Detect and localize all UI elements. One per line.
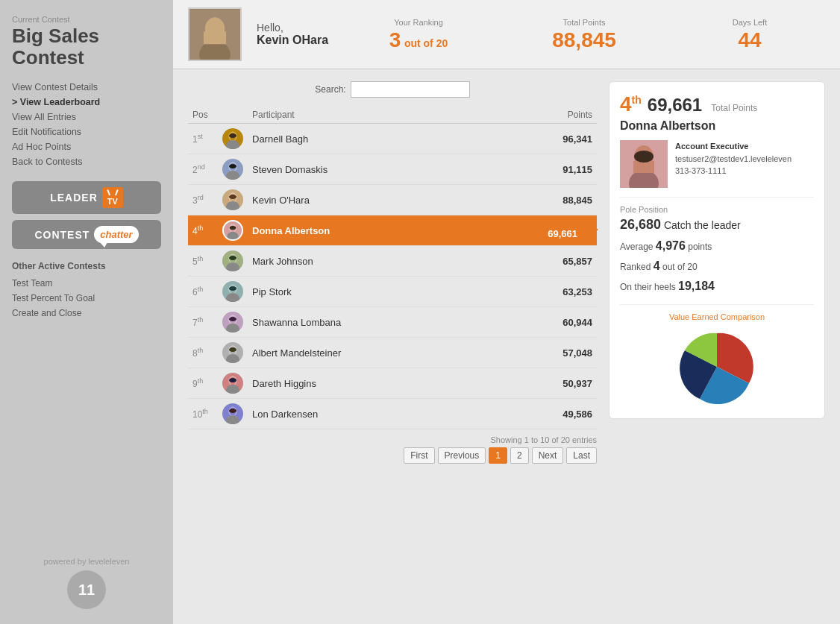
sidebar-item-ad-hoc-points[interactable]: Ad Hoc Points [12, 139, 161, 154]
col-points: Points [474, 107, 597, 124]
detail-points: 69,661 [648, 95, 702, 116]
avatar-cell [218, 338, 248, 368]
other-contest-create-and-close[interactable]: Create and Close [12, 306, 161, 321]
tv-antenna [109, 189, 116, 195]
ranking-value: 3 out of 20 [343, 30, 494, 51]
participant-name: Pip Stork [248, 277, 474, 307]
sidebar: Current Contest Big Sales Contest View C… [0, 0, 173, 624]
table-row: 6th Pip Stork 63,253 [188, 277, 597, 307]
table-row: 8th Albert Mandelsteiner 57,048 [188, 338, 597, 368]
points-value: 49,586 [474, 399, 597, 429]
sidebar-item-view-entries[interactable]: View All Entries [12, 110, 161, 125]
greeting-hello: Hello, [257, 22, 328, 34]
detail-avatar [620, 140, 668, 188]
pos-cell: 3rd [188, 185, 218, 215]
points-value: 88,845 [474, 185, 597, 215]
pie-chart-wrapper [620, 326, 814, 408]
svg-point-23 [229, 256, 236, 260]
view-entries-link[interactable]: View All Entries [12, 112, 76, 122]
powered-by-text: powered by leveleleven [44, 557, 130, 566]
leaderboard-section: Search: Pos Participant Points [188, 81, 597, 612]
detail-name: Donna Albertson [620, 119, 814, 133]
view-details-link[interactable]: View Contest Details [12, 82, 98, 92]
leader-tv-button[interactable]: LEADER TV [12, 181, 161, 214]
search-input[interactable] [351, 81, 470, 98]
points-value: 96,341 [474, 124, 597, 154]
ranked-stat: Ranked 4 out of 20 [620, 256, 814, 276]
header-bar: Hello, Kevin OHara Your Ranking 3 out of… [173, 0, 840, 69]
page-1-button[interactable]: 1 [489, 447, 507, 464]
total-points-stat: Total Points 88,845 [509, 18, 659, 51]
avatar-cell [218, 215, 248, 246]
first-page-button[interactable]: First [404, 447, 434, 464]
other-contest-test-percent[interactable]: Test Percent To Goal [12, 291, 161, 306]
next-page-button[interactable]: Next [532, 447, 564, 464]
detail-phone: 313-373-1111 [675, 165, 792, 177]
chatter-text: chatter [100, 229, 132, 240]
detail-role: Account Executive [675, 140, 792, 153]
chatter-bubble: chatter [94, 226, 138, 243]
pagination-area: Showing 1 to 10 of 20 entries First Prev… [188, 429, 597, 470]
previous-page-button[interactable]: Previous [438, 447, 486, 464]
edit-notifications-link[interactable]: Edit Notifications [12, 127, 81, 137]
points-value: 63,253 [474, 277, 597, 307]
sidebar-item-view-leaderboard[interactable]: View Leaderboard [12, 95, 161, 110]
table-row: 4th Donna Albertson 69,661 [188, 215, 597, 246]
other-contests-heading: Other Active Contests [12, 261, 161, 271]
heels-stat: On their heels 19,184 [620, 276, 814, 296]
points-value: 60,944 [474, 307, 597, 338]
last-page-button[interactable]: Last [566, 447, 597, 464]
participant-name: Albert Mandelsteiner [248, 338, 474, 368]
page-2-button[interactable]: 2 [510, 447, 529, 464]
back-to-contests-link[interactable]: Back to Contests [12, 157, 83, 167]
avatar-cell [218, 154, 248, 185]
ad-hoc-points-link[interactable]: Ad Hoc Points [12, 142, 71, 152]
search-bar: Search: [188, 81, 597, 98]
days-left-label: Days Left [674, 18, 825, 27]
sidebar-item-edit-notifications[interactable]: Edit Notifications [12, 125, 161, 139]
svg-point-7 [229, 133, 236, 138]
avatar-thumb [222, 189, 243, 210]
divider2 [620, 304, 814, 305]
greeting-name: Kevin OHara [257, 34, 328, 47]
avatar-cell [218, 399, 248, 429]
svg-point-31 [229, 317, 236, 321]
table-row: 5th Mark Johnson 65,857 [188, 246, 597, 277]
main-content: Hello, Kevin OHara Your Ranking 3 out of… [173, 0, 840, 624]
avatar-cell [218, 246, 248, 277]
svg-point-11 [229, 164, 236, 168]
view-leaderboard-link[interactable]: View Leaderboard [20, 97, 100, 107]
svg-rect-3 [204, 31, 226, 44]
points-value: 50,937 [474, 368, 597, 399]
table-row: 7th Shawanna Lombana 60,944 [188, 307, 597, 338]
detail-total-label: Total Points [711, 103, 757, 113]
other-contest-test-team[interactable]: Test Team [12, 276, 161, 291]
avatar-cell [218, 307, 248, 338]
average-stat: Average 4,976 points [620, 236, 814, 256]
pole-catch: 26,680 Catch the leader [620, 217, 814, 233]
participant-name: Lon Darkensen [248, 399, 474, 429]
detail-profile: Account Executive testuser2@testdev1.lev… [620, 140, 814, 188]
svg-point-27 [229, 286, 236, 291]
table-row: 9th Dareth Higgins 50,937 [188, 368, 597, 399]
svg-point-19 [230, 226, 236, 230]
sidebar-nav: View Contest Details View Leaderboard Vi… [12, 80, 161, 169]
col-pos: Pos [188, 107, 218, 124]
pos-cell: 8th [188, 338, 218, 368]
detail-info: Account Executive testuser2@testdev1.lev… [675, 140, 792, 188]
sidebar-item-back-to-contests[interactable]: Back to Contests [12, 154, 161, 169]
avatar-cell [218, 277, 248, 307]
search-label: Search: [315, 84, 345, 95]
showing-text: Showing 1 to 10 of 20 entries [188, 435, 597, 444]
powered-by: powered by leveleleven 11 [12, 542, 161, 609]
contest-chatter-button[interactable]: CONTEST chatter [12, 220, 161, 249]
avatar-cell [218, 124, 248, 154]
pos-cell: 1st [188, 124, 218, 154]
col-avatar [218, 107, 248, 124]
participant-name: Darnell Bagh [248, 124, 474, 154]
points-value: 57,048 [474, 338, 597, 368]
pos-cell: 9th [188, 368, 218, 399]
sidebar-item-view-details[interactable]: View Contest Details [12, 80, 161, 95]
pos-cell: 5th [188, 246, 218, 277]
pie-chart [668, 326, 765, 408]
